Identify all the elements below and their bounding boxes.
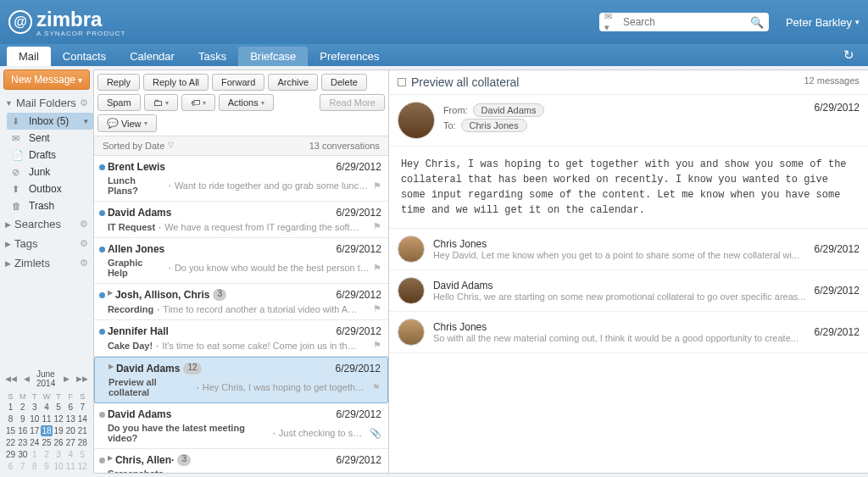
conversation-item[interactable]: Brent Lewis6/29/2012Lunch Plans? · Want … bbox=[94, 156, 388, 202]
search-icon[interactable]: 🔍 bbox=[750, 16, 764, 29]
flag-icon[interactable]: ⚑ bbox=[373, 303, 381, 314]
conversation-item[interactable]: ▶David Adams126/29/2012Preview all colla… bbox=[94, 357, 388, 403]
expand-icon[interactable]: ▶ bbox=[108, 289, 113, 301]
archive-button[interactable]: Archive bbox=[268, 74, 318, 91]
calendar-day[interactable]: 5 bbox=[53, 402, 64, 413]
calendar-day[interactable]: 25 bbox=[41, 437, 52, 448]
conversation-item[interactable]: Jennifer Hall6/29/2012Cake Day! · It's t… bbox=[94, 320, 388, 357]
flag-icon[interactable]: ⚑ bbox=[373, 263, 381, 274]
calendar-day[interactable]: 17 bbox=[29, 425, 40, 436]
tab-briefcase[interactable]: Briefcase bbox=[238, 47, 308, 66]
calendar-day[interactable]: 4 bbox=[41, 402, 52, 413]
tab-contacts[interactable]: Contacts bbox=[51, 47, 118, 66]
actions-menu[interactable]: Actions▾ bbox=[219, 94, 274, 111]
expand-icon[interactable]: ▶ bbox=[108, 454, 113, 466]
calendar-day[interactable]: 7 bbox=[17, 461, 28, 472]
delete-button[interactable]: Delete bbox=[321, 74, 367, 91]
flag-icon[interactable]: ⚑ bbox=[372, 382, 381, 393]
calendar-day[interactable]: 19 bbox=[53, 425, 64, 436]
move-menu[interactable]: 🗀▾ bbox=[144, 94, 178, 111]
conversation-item[interactable]: ▶Josh, Allison, Chris36/29/2012Recording… bbox=[94, 284, 388, 320]
conversation-item[interactable]: Allen Jones6/29/2012Graphic Help · Do yo… bbox=[94, 238, 388, 284]
folder-outbox[interactable]: ⬆Outbox bbox=[7, 180, 93, 197]
calendar-day[interactable]: 24 bbox=[29, 437, 40, 448]
calendar-day[interactable]: 30 bbox=[17, 449, 28, 460]
folder-trash[interactable]: 🗑Trash bbox=[7, 197, 93, 214]
tab-tasks[interactable]: Tasks bbox=[186, 47, 238, 66]
calendar-day[interactable]: 12 bbox=[77, 461, 88, 472]
calendar-day[interactable]: 21 bbox=[77, 425, 88, 436]
calendar-day[interactable]: 16 bbox=[17, 425, 28, 436]
flag-icon[interactable]: ⚑ bbox=[373, 340, 381, 351]
calendar-day[interactable]: 27 bbox=[65, 437, 76, 448]
calendar-day[interactable]: 3 bbox=[53, 449, 64, 460]
calendar-day[interactable]: 1 bbox=[5, 402, 16, 413]
sidebar-section-mail-folders[interactable]: ▼Mail Folders⚙ bbox=[0, 93, 93, 113]
user-menu[interactable]: Peter Barkley ▾ bbox=[786, 16, 860, 29]
calendar-day[interactable]: 9 bbox=[17, 413, 28, 424]
calendar-day[interactable]: 14 bbox=[77, 413, 88, 424]
folder-inbox[interactable]: ⬇Inbox (5)▾ bbox=[7, 113, 93, 130]
search-box[interactable]: ✉ ▾ 🔍 bbox=[599, 13, 769, 31]
calendar-day[interactable]: 18 bbox=[41, 425, 52, 436]
search-input[interactable] bbox=[623, 16, 750, 28]
view-menu[interactable]: 💬 View▾ bbox=[97, 114, 157, 132]
folder-sent[interactable]: ✉Sent bbox=[7, 130, 93, 147]
calendar-day[interactable]: 13 bbox=[65, 413, 76, 424]
thread-item[interactable]: David AdamsHello Chris, we are starting … bbox=[389, 270, 868, 312]
cal-prev-year[interactable]: ◀◀ bbox=[5, 374, 17, 383]
calendar-day[interactable]: 8 bbox=[29, 461, 40, 472]
sidebar-section-searches[interactable]: ▶Searches⚙ bbox=[0, 214, 93, 234]
calendar-day[interactable]: 7 bbox=[77, 402, 88, 413]
sidebar-section-zimlets[interactable]: ▶Zimlets⚙ bbox=[0, 253, 93, 273]
calendar-day[interactable]: 26 bbox=[53, 437, 64, 448]
conversation-item[interactable]: ▶Chris, Allen·36/29/2012Screenshots need… bbox=[94, 449, 388, 473]
reply-button[interactable]: Reply bbox=[97, 74, 140, 91]
expand-icon[interactable] bbox=[398, 78, 406, 86]
cal-prev-month[interactable]: ◀ bbox=[24, 374, 30, 383]
spam-button[interactable]: Spam bbox=[97, 94, 141, 111]
gear-icon[interactable]: ⚙ bbox=[80, 219, 88, 230]
cal-next-month[interactable]: ▶ bbox=[64, 374, 70, 383]
cal-next-year[interactable]: ▶▶ bbox=[76, 374, 88, 383]
gear-icon[interactable]: ⚙ bbox=[80, 258, 88, 269]
refresh-icon[interactable]: ↻ bbox=[838, 44, 860, 66]
tab-calendar[interactable]: Calendar bbox=[118, 47, 186, 66]
calendar-day[interactable]: 23 bbox=[17, 437, 28, 448]
to-chip[interactable]: Chris Jones bbox=[461, 119, 527, 132]
folder-junk[interactable]: ⊘Junk bbox=[7, 164, 93, 180]
calendar-day[interactable]: 2 bbox=[17, 402, 28, 413]
calendar-day[interactable]: 9 bbox=[41, 461, 52, 472]
conversation-item[interactable]: David Adams6/29/2012IT Request · We have… bbox=[94, 202, 388, 238]
read-more-button[interactable]: Read More bbox=[320, 94, 384, 111]
calendar-day[interactable]: 1 bbox=[29, 449, 40, 460]
calendar-day[interactable]: 2 bbox=[41, 449, 52, 460]
from-chip[interactable]: David Adams bbox=[473, 103, 545, 117]
calendar-day[interactable]: 6 bbox=[65, 402, 76, 413]
calendar-day[interactable]: 3 bbox=[29, 402, 40, 413]
thread-item[interactable]: Chris JonesSo with all the new material … bbox=[389, 312, 868, 353]
calendar-day[interactable]: 4 bbox=[65, 449, 76, 460]
sidebar-section-tags[interactable]: ▶Tags⚙ bbox=[0, 234, 93, 253]
tab-mail[interactable]: Mail bbox=[7, 47, 51, 66]
thread-item[interactable]: Chris JonesHey David, Let me know when y… bbox=[389, 229, 868, 270]
calendar-day[interactable]: 11 bbox=[65, 461, 76, 472]
reply-all-button[interactable]: Reply to All bbox=[143, 74, 209, 91]
tag-menu[interactable]: 🏷▾ bbox=[181, 94, 215, 111]
calendar-day[interactable]: 10 bbox=[53, 461, 64, 472]
conversation-item[interactable]: David Adams6/29/2012Do you have the late… bbox=[94, 403, 388, 449]
calendar-day[interactable]: 5 bbox=[77, 449, 88, 460]
calendar-day[interactable]: 22 bbox=[5, 437, 16, 448]
calendar-day[interactable]: 15 bbox=[5, 425, 16, 436]
calendar-day[interactable]: 28 bbox=[77, 437, 88, 448]
flag-icon[interactable]: ⚑ bbox=[373, 221, 381, 232]
forward-button[interactable]: Forward bbox=[212, 74, 264, 91]
calendar-day[interactable]: 8 bbox=[5, 413, 16, 424]
tab-preferences[interactable]: Preferences bbox=[308, 47, 391, 66]
gear-icon[interactable]: ⚙ bbox=[80, 238, 88, 249]
calendar-day[interactable]: 29 bbox=[5, 449, 16, 460]
expand-icon[interactable]: ▶ bbox=[108, 363, 114, 374]
gear-icon[interactable]: ⚙ bbox=[80, 97, 88, 108]
mail-scope-icon[interactable]: ✉ ▾ bbox=[604, 11, 620, 33]
calendar-day[interactable]: 12 bbox=[53, 413, 64, 424]
